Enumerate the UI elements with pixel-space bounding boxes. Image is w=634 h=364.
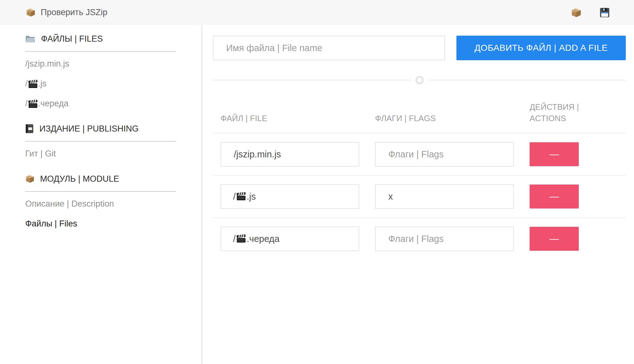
divider bbox=[25, 51, 176, 52]
file-prefix: / bbox=[25, 79, 28, 88]
remove-file-button[interactable]: — bbox=[530, 227, 579, 251]
app-title: Проверить JSZip bbox=[41, 8, 108, 17]
table-row-actions-cell: — bbox=[522, 176, 626, 218]
file-suffix: .череда bbox=[38, 99, 69, 108]
sidebar-item-git[interactable]: Гит | Git bbox=[25, 144, 176, 164]
file-prefix: / bbox=[233, 191, 236, 202]
table-row-flags-cell bbox=[367, 133, 522, 176]
column-header-actions: ДЕЙСТВИЯ | ACTIONS bbox=[522, 101, 626, 133]
sidebar-section-title: ФАЙЛЫ | FILES bbox=[41, 33, 103, 44]
sidebar: ФАЙЛЫ | FILES /jszip.min.js /.js /.черед… bbox=[0, 25, 202, 364]
add-file-button[interactable]: ДОБАВИТЬ ФАЙЛ | ADD A FILE bbox=[456, 36, 626, 60]
top-bar: Проверить JSZip bbox=[0, 0, 634, 25]
app-title-group: Проверить JSZip bbox=[26, 8, 108, 17]
row-file-input[interactable]: /.js bbox=[220, 184, 359, 209]
spinner-circle-ornament bbox=[415, 76, 424, 84]
toolbar-actions bbox=[571, 7, 610, 18]
row-file-input[interactable] bbox=[220, 142, 359, 167]
sidebar-item-file-jszip[interactable]: /jszip.min.js bbox=[25, 54, 176, 74]
section-divider bbox=[213, 80, 626, 80]
sidebar-item-file-clapper-chereda[interactable]: /.череда bbox=[25, 94, 176, 114]
divider bbox=[25, 141, 176, 142]
file-suffix: .js bbox=[38, 79, 47, 88]
clapper-icon bbox=[28, 100, 38, 109]
folder-icon bbox=[25, 34, 36, 43]
package-icon bbox=[25, 174, 35, 184]
main-content: ДОБАВИТЬ ФАЙЛ | ADD A FILE ФАЙЛ | FILE Ф… bbox=[202, 25, 634, 364]
notebook-icon bbox=[25, 124, 34, 134]
app-window: Проверить JSZip ФАЙЛЫ | FILES /jszip.min… bbox=[0, 0, 634, 364]
table-row-file-cell: /.js bbox=[213, 176, 367, 218]
package-icon bbox=[26, 8, 36, 17]
clapper-icon bbox=[236, 192, 246, 201]
file-suffix: .череда bbox=[247, 234, 279, 244]
row-flags-input[interactable] bbox=[375, 142, 514, 167]
row-flags-input[interactable] bbox=[375, 184, 514, 209]
table-row-actions-cell: — bbox=[522, 218, 626, 260]
file-prefix: / bbox=[233, 234, 236, 244]
sidebar-section-publishing: ИЗДАНИЕ | PUBLISHING bbox=[25, 123, 176, 134]
column-header-file: ФАЙЛ | FILE bbox=[213, 101, 367, 133]
remove-file-button[interactable]: — bbox=[530, 185, 579, 208]
files-table: ФАЙЛ | FILE ФЛАГИ | FLAGS ДЕЙСТВИЯ | ACT… bbox=[213, 101, 626, 260]
clapper-icon bbox=[236, 234, 246, 243]
sidebar-section-module: МОДУЛЬ | MODULE bbox=[25, 173, 176, 185]
column-header-flags: ФЛАГИ | FLAGS bbox=[367, 101, 522, 133]
table-row-file-cell bbox=[213, 133, 367, 176]
divider bbox=[25, 191, 176, 192]
remove-file-button[interactable]: — bbox=[530, 142, 579, 166]
sidebar-section-title: МОДУЛЬ | MODULE bbox=[40, 173, 119, 185]
table-row-actions-cell: — bbox=[522, 133, 626, 176]
table-row-file-cell: /.череда bbox=[213, 218, 367, 260]
sidebar-section-title: ИЗДАНИЕ | PUBLISHING bbox=[39, 123, 138, 134]
add-file-form: ДОБАВИТЬ ФАЙЛ | ADD A FILE bbox=[213, 36, 626, 60]
file-name-input[interactable] bbox=[213, 36, 445, 60]
sidebar-item-file-clapper-js[interactable]: /.js bbox=[25, 74, 176, 94]
clapper-icon bbox=[28, 80, 38, 89]
floppy-save-icon[interactable] bbox=[599, 7, 610, 18]
package-icon[interactable] bbox=[571, 7, 582, 18]
sidebar-item-description[interactable]: Описание | Description bbox=[25, 194, 176, 214]
sidebar-section-files: ФАЙЛЫ | FILES bbox=[25, 33, 176, 44]
table-row-flags-cell bbox=[367, 176, 522, 218]
row-file-input[interactable]: /.череда bbox=[220, 226, 359, 251]
table-row-flags-cell bbox=[367, 218, 522, 260]
file-suffix: .js bbox=[247, 191, 256, 202]
row-flags-input[interactable] bbox=[375, 226, 514, 251]
sidebar-item-files[interactable]: Файлы | Files bbox=[25, 214, 176, 234]
file-prefix: / bbox=[25, 99, 28, 108]
